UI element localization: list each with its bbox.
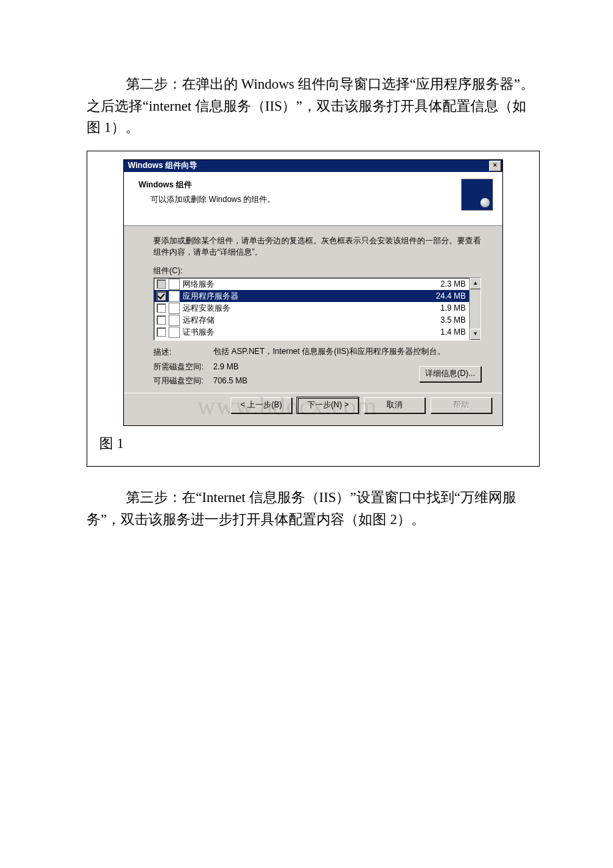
component-icon [169,303,180,314]
required-space-value: 2.9 MB [213,361,415,373]
available-space-label: 可用磁盘空间: [153,375,209,387]
component-name: 远程安装服务 [183,302,438,315]
details-button[interactable]: 详细信息(D)... [419,366,481,382]
list-caption: 组件(C): [153,265,481,277]
checkbox[interactable] [157,327,166,337]
checkbox[interactable] [157,279,166,289]
instructions-text: 要添加或删除某个组件，请单击旁边的复选框。灰色框表示只会安装该组件的一部分。要查… [153,235,481,259]
checkbox[interactable] [157,291,166,301]
figure-1-frame: Windows 组件向导 × Windows 组件 可以添加或删除 Window… [87,151,540,467]
chevron-up-icon: ▲ [473,280,478,286]
banner-title: Windows 组件 [139,179,275,191]
banner-subtitle: 可以添加或删除 Windows 的组件。 [139,193,275,206]
component-size: 24.4 MB [436,290,468,303]
chevron-down-icon: ▼ [473,331,478,337]
scroll-up-button[interactable]: ▲ [470,278,481,289]
component-size: 1.4 MB [440,326,468,339]
paragraph-step3: 第三步：在“Internet 信息服务（IIS）”设置窗口中找到“万维网服务”，… [87,487,540,530]
back-button[interactable]: < 上一步(B) [231,397,292,413]
component-size: 3.5 MB [440,314,468,327]
component-name: 证书服务 [183,326,438,339]
checkbox[interactable] [157,303,166,313]
banner-icon [461,179,493,211]
description-text: 包括 ASP.NET，Internet 信息服务(IIS)和应用程序服务器控制台… [213,346,481,357]
dialog-footer: www.bdocx.com < 上一步(B) 下一步(N) > 取消 帮助 [124,393,502,420]
component-name: 应用程序服务器 [183,290,433,303]
close-icon: × [493,161,497,169]
figure-caption: 图 1 [99,433,527,455]
description-label: 描述: [153,346,209,359]
available-space-value: 706.5 MB [213,375,415,387]
list-item[interactable]: 远程安装服务1.9 MB [154,302,480,314]
help-button[interactable]: 帮助 [430,397,492,413]
paragraph-step2: 第二步：在弹出的 Windows 组件向导窗口选择“应用程序服务器”。之后选择“… [87,73,540,139]
list-item[interactable]: 应用程序服务器24.4 MB [154,290,480,302]
component-icon [169,315,180,326]
next-button[interactable]: 下一步(N) > [297,397,358,413]
dialog-title: Windows 组件向导 [128,159,197,172]
checkbox[interactable] [157,315,166,325]
list-item[interactable]: 远程存储3.5 MB [154,314,480,326]
dialog-banner: Windows 组件 可以添加或删除 Windows 的组件。 [124,172,502,226]
required-space-label: 所需磁盘空间: [153,361,209,373]
scroll-down-button[interactable]: ▼ [470,329,481,340]
component-name: 远程存储 [183,314,438,327]
close-button[interactable]: × [489,161,501,171]
titlebar[interactable]: Windows 组件向导 × [124,160,502,172]
list-item[interactable]: 证书服务1.4 MB [154,326,480,338]
component-icon [169,291,180,302]
list-item[interactable]: 网络服务2.3 MB [154,278,480,290]
component-size: 1.9 MB [440,302,468,315]
component-listbox[interactable]: 网络服务2.3 MB应用程序服务器24.4 MB远程安装服务1.9 MB远程存储… [153,277,481,341]
component-name: 网络服务 [183,278,438,291]
component-icon [169,327,180,338]
cancel-button[interactable]: 取消 [364,397,425,413]
scrollbar[interactable]: ▲ ▼ [469,278,480,340]
component-size: 2.3 MB [440,278,468,291]
component-icon [169,279,180,290]
wizard-dialog: Windows 组件向导 × Windows 组件 可以添加或删除 Window… [123,159,503,426]
